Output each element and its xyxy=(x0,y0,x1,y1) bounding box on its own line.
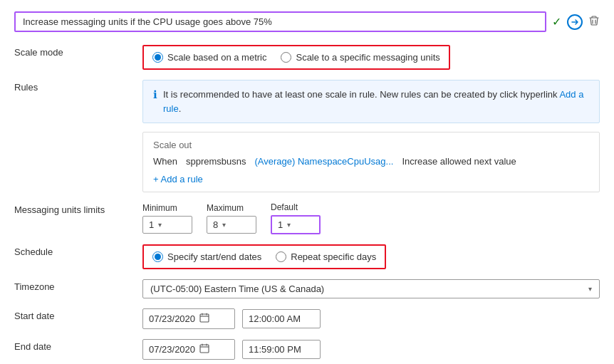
rules-info-box: ℹ It is recommended to have at least one… xyxy=(142,80,600,123)
maximum-value: 8 xyxy=(213,219,218,230)
end-date-content: 07/23/2020 11:59:00 PM xyxy=(142,339,600,360)
schedule-row: Schedule Specify start/end dates Repeat … xyxy=(14,244,600,269)
scale-mode-content: Scale based on a metric Scale to a speci… xyxy=(142,45,600,70)
end-time-value: 11:59:00 PM xyxy=(249,344,301,355)
default-chevron: ▾ xyxy=(287,221,291,229)
limits-row: Minimum 1 ▾ Maximum 8 ▾ Default xyxy=(142,202,600,234)
timezone-value: (UTC-05:00) Eastern Time (US & Canada) xyxy=(150,284,324,294)
specify-dates-radio[interactable] xyxy=(152,251,163,262)
messaging-units-content: Minimum 1 ▾ Maximum 8 ▾ Default xyxy=(142,202,600,234)
scale-metric-radio[interactable] xyxy=(152,52,163,63)
repeat-days-radio[interactable] xyxy=(276,251,286,262)
default-value: 1 xyxy=(278,219,283,230)
schedule-content: Specify start/end dates Repeat specific … xyxy=(142,244,600,269)
repeat-days-option[interactable]: Repeat specific days xyxy=(276,251,376,262)
timezone-label: Timezone xyxy=(14,279,142,292)
start-date-fields: 07/23/2020 12:00:00 AM xyxy=(142,308,600,329)
scale-metric-option[interactable]: Scale based on a metric xyxy=(152,52,266,63)
minimum-select[interactable]: 1 ▾ xyxy=(142,216,192,234)
title-row: ✓ xyxy=(14,11,600,32)
timezone-content: (UTC-05:00) Eastern Time (US & Canada) ▾ xyxy=(142,279,600,298)
minimum-label: Minimum xyxy=(142,203,192,213)
delete-icon[interactable] xyxy=(588,15,600,29)
default-label: Default xyxy=(271,202,321,212)
maximum-chevron: ▾ xyxy=(222,221,226,229)
col-action: Increase allowed next value xyxy=(402,156,516,167)
minimum-chevron: ▾ xyxy=(158,221,162,229)
scale-metric-label: Scale based on a metric xyxy=(167,52,266,63)
end-date-input[interactable]: 07/23/2020 xyxy=(142,339,235,360)
timezone-select[interactable]: (UTC-05:00) Eastern Time (US & Canada) ▾ xyxy=(142,279,600,298)
confirm-icon[interactable]: ✓ xyxy=(552,15,561,28)
info-icon: ℹ xyxy=(153,88,157,101)
start-date-value: 07/23/2020 xyxy=(149,313,195,324)
scale-out-section: Scale out When sppremsbusns (Average) Na… xyxy=(142,132,600,192)
scale-specific-option[interactable]: Scale to a specific messaging units xyxy=(281,52,439,63)
start-time-input[interactable]: 12:00:00 AM xyxy=(242,309,321,328)
add-rule-link[interactable]: + Add a rule xyxy=(153,174,203,184)
start-date-input[interactable]: 07/23/2020 xyxy=(142,308,235,329)
timezone-chevron: ▾ xyxy=(588,285,592,293)
start-date-calendar-icon xyxy=(199,313,209,325)
start-date-content: 07/23/2020 12:00:00 AM xyxy=(142,308,600,329)
default-group: Default 1 ▾ xyxy=(271,202,321,234)
col-when: When xyxy=(153,156,177,167)
col-resource: sppremsbusns xyxy=(186,156,246,167)
maximum-select[interactable]: 8 ▾ xyxy=(207,216,256,234)
scale-specific-label: Scale to a specific messaging units xyxy=(296,52,439,63)
maximum-label: Maximum xyxy=(207,203,256,213)
end-time-input[interactable]: 11:59:00 PM xyxy=(242,340,321,359)
repeat-days-label: Repeat specific days xyxy=(291,251,376,262)
start-time-value: 12:00:00 AM xyxy=(249,313,301,324)
schedule-box: Specify start/end dates Repeat specific … xyxy=(142,244,386,269)
timezone-row: Timezone (UTC-05:00) Eastern Time (US & … xyxy=(14,279,600,298)
rules-row: Rules ℹ It is recommended to have at lea… xyxy=(14,80,600,192)
end-date-value: 07/23/2020 xyxy=(149,344,195,355)
scale-table-row: When sppremsbusns (Average) NamespaceCpu… xyxy=(153,156,589,167)
rules-content: ℹ It is recommended to have at least one… xyxy=(142,80,600,192)
rules-info-message: It is recommended to have at least one s… xyxy=(163,89,558,100)
col-metric: (Average) NamespaceCpuUsag... xyxy=(255,156,394,167)
info-suffix: . xyxy=(179,103,182,114)
end-date-fields: 07/23/2020 11:59:00 PM xyxy=(142,339,600,360)
schedule-label: Schedule xyxy=(14,244,142,257)
svg-rect-0 xyxy=(200,314,209,322)
rules-label: Rules xyxy=(14,80,142,93)
maximum-group: Maximum 8 ▾ xyxy=(207,203,256,234)
minimum-value: 1 xyxy=(149,219,154,230)
messaging-units-row: Messaging units limits Minimum 1 ▾ Maxim… xyxy=(14,202,600,234)
end-date-label: End date xyxy=(14,339,142,352)
minimum-group: Minimum 1 ▾ xyxy=(142,203,192,234)
scale-mode-label: Scale mode xyxy=(14,45,142,58)
messaging-units-label: Messaging units limits xyxy=(14,202,142,215)
next-icon[interactable] xyxy=(567,14,583,30)
end-date-row: End date 07/23/2020 11:59:00 PM xyxy=(14,339,600,360)
rules-info-text: It is recommended to have at least one s… xyxy=(163,88,589,115)
start-date-label: Start date xyxy=(14,308,142,321)
specify-dates-label: Specify start/end dates xyxy=(167,251,261,262)
end-date-calendar-icon xyxy=(199,343,209,355)
svg-rect-1 xyxy=(200,345,209,353)
condition-title-input[interactable] xyxy=(14,11,546,32)
start-date-row: Start date 07/23/2020 12:00:00 AM xyxy=(14,308,600,329)
scale-mode-row: Scale mode Scale based on a metric Scale… xyxy=(14,45,600,70)
specify-dates-option[interactable]: Specify start/end dates xyxy=(152,251,261,262)
scale-specific-radio[interactable] xyxy=(281,52,291,63)
scale-out-title: Scale out xyxy=(153,140,589,150)
default-select[interactable]: 1 ▾ xyxy=(271,215,321,234)
scale-mode-box: Scale based on a metric Scale to a speci… xyxy=(142,45,450,70)
